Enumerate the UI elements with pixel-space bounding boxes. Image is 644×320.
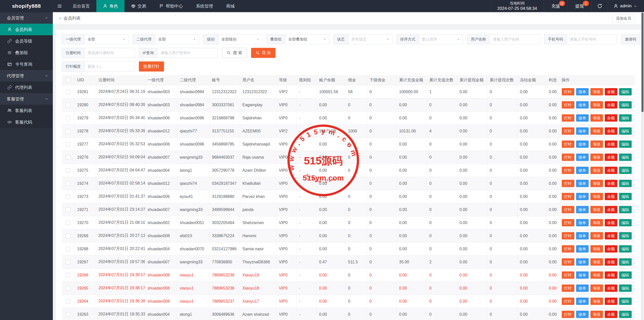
row-checkbox[interactable] [66, 194, 70, 199]
action-order-button[interactable]: 做单 [576, 311, 589, 318]
action-level-button[interactable]: 等级 [590, 193, 603, 200]
action-level-button[interactable]: 等级 [590, 258, 603, 266]
action-order-button[interactable]: 做单 [576, 167, 589, 174]
action-order-button[interactable]: 做单 [576, 298, 589, 305]
tab-home[interactable]: 后台首页 [66, 0, 96, 12]
action-edit-button[interactable]: 编辑 [619, 88, 632, 95]
action-more-button[interactable]: … [633, 116, 635, 120]
action-more-button[interactable]: … [633, 194, 635, 199]
batch-needle-button[interactable]: 批量打针 [139, 61, 164, 72]
action-needle-button[interactable]: 打针 [562, 298, 574, 305]
hamburger-icon[interactable] [53, 0, 66, 12]
action-level-button[interactable]: 等级 [590, 206, 603, 213]
action-more-button[interactable]: … [633, 247, 635, 251]
filter-agent1[interactable]: 全部▼ [84, 34, 129, 44]
action-needle-button[interactable]: 打针 [562, 101, 574, 109]
action-balance-button[interactable]: 余额 [605, 232, 617, 239]
sidebar-item-member-level[interactable]: 会员等级 [0, 35, 53, 47]
action-needle-button[interactable]: 打针 [562, 206, 574, 213]
action-edit-button[interactable]: 编辑 [619, 127, 632, 135]
sidebar-group-member-mgmt[interactable]: 会员管理 [0, 12, 53, 24]
sidebar-item-stack-group[interactable]: 叠加组 [0, 47, 53, 58]
row-checkbox[interactable] [66, 103, 70, 107]
filter-sort[interactable]: 默认排序▼ [419, 34, 463, 44]
filter-status[interactable]: 所有状态▼ [348, 34, 392, 44]
action-edit-button[interactable]: 编辑 [619, 140, 632, 148]
sidebar-item-service-list[interactable]: 客服列表 [0, 105, 53, 116]
action-level-button[interactable]: 等级 [590, 167, 603, 174]
action-more-button[interactable]: … [633, 221, 635, 225]
action-edit-button[interactable]: 编辑 [619, 298, 632, 305]
action-more-button[interactable]: … [633, 273, 635, 277]
action-more-button[interactable]: … [633, 142, 635, 146]
filter-username[interactable]: 请输入用户名称 [490, 34, 540, 44]
member-table-scroll[interactable]: UID注册时间一级代理二级代理账号用户名等级规则组账户余额佣金下级佣金累计充值金… [62, 75, 635, 320]
action-edit-button[interactable]: 编辑 [619, 258, 632, 266]
sidebar-group-agent-mgmt[interactable]: 代理管理 [0, 70, 53, 82]
row-checkbox[interactable] [66, 155, 70, 160]
filter-stack-group[interactable]: 全部叠加组▼ [285, 34, 329, 44]
action-level-button[interactable]: 等级 [590, 127, 603, 135]
action-more-button[interactable]: … [633, 181, 635, 186]
action-balance-button[interactable]: 余额 [605, 258, 617, 266]
action-edit-button[interactable]: 编辑 [619, 154, 632, 161]
action-more-button[interactable]: … [633, 299, 635, 303]
row-checkbox[interactable] [66, 90, 70, 94]
action-more-button[interactable]: … [633, 103, 635, 107]
action-level-button[interactable]: 等级 [590, 311, 603, 318]
scrollbar-thumb[interactable] [641, 13, 643, 112]
action-more-button[interactable]: … [633, 129, 635, 133]
tab-system[interactable]: 系统管理 [189, 0, 220, 12]
sidebar-item-card-query[interactable]: 卡号查询 [0, 58, 53, 70]
action-needle-button[interactable]: 打针 [562, 285, 574, 292]
action-more-button[interactable]: … [633, 90, 635, 94]
action-level-button[interactable]: 等级 [590, 180, 603, 187]
action-order-button[interactable]: 做单 [576, 101, 589, 109]
row-checkbox[interactable] [66, 116, 70, 120]
filter-phone[interactable]: 请输入手机号码 [567, 34, 617, 44]
action-edit-button[interactable]: 编辑 [619, 232, 632, 239]
filter-agent2[interactable]: 全部▼ [155, 34, 199, 44]
action-needle-button[interactable]: 打针 [562, 219, 574, 226]
action-level-button[interactable]: 等级 [590, 232, 603, 239]
sidebar-item-member-list[interactable]: 会员列表 [0, 24, 53, 35]
action-balance-button[interactable]: 余额 [605, 285, 617, 292]
row-checkbox[interactable] [66, 221, 70, 225]
action-order-button[interactable]: 做单 [576, 140, 589, 148]
sidebar-item-service-code[interactable]: 客服代码 [0, 116, 53, 128]
recharge-link[interactable]: 充值 11 [544, 0, 568, 12]
action-edit-button[interactable]: 编辑 [619, 101, 632, 109]
action-level-button[interactable]: 等级 [590, 245, 603, 253]
action-balance-button[interactable]: 余额 [605, 180, 617, 187]
action-edit-button[interactable]: 编辑 [619, 311, 632, 318]
action-more-button[interactable]: … [633, 312, 635, 316]
tab-help-center[interactable]: 帮助中心 [153, 0, 189, 12]
row-checkbox[interactable] [66, 234, 70, 238]
action-more-button[interactable]: … [633, 168, 635, 172]
withdraw-link[interactable]: 提现 1 [568, 0, 591, 12]
action-edit-button[interactable]: 编辑 [619, 245, 632, 253]
row-checkbox[interactable] [66, 181, 70, 186]
action-order-button[interactable]: 做单 [576, 245, 589, 253]
action-balance-button[interactable]: 余额 [605, 206, 617, 213]
action-edit-button[interactable]: 编辑 [619, 180, 632, 187]
action-balance-button[interactable]: 余额 [605, 193, 617, 200]
action-order-button[interactable]: 做单 [576, 127, 589, 135]
action-balance-button[interactable]: 余额 [605, 219, 617, 226]
action-order-button[interactable]: 做单 [576, 88, 589, 95]
action-order-button[interactable]: 做单 [576, 180, 589, 187]
tab-mall[interactable]: 商城 [220, 0, 241, 12]
action-edit-button[interactable]: 编辑 [619, 206, 632, 213]
action-level-button[interactable]: 等级 [590, 140, 603, 148]
filter-ip[interactable]: 请输入用户登录IP [157, 48, 218, 58]
action-needle-button[interactable]: 打针 [562, 193, 574, 200]
action-edit-button[interactable]: 编辑 [619, 167, 632, 174]
action-more-button[interactable]: … [633, 260, 635, 264]
action-edit-button[interactable]: 编辑 [619, 114, 632, 122]
action-balance-button[interactable]: 余额 [605, 114, 617, 122]
row-checkbox[interactable] [66, 260, 70, 264]
action-needle-button[interactable]: 打针 [562, 271, 574, 279]
row-checkbox[interactable] [66, 299, 70, 304]
action-needle-button[interactable]: 打针 [562, 140, 574, 148]
action-needle-button[interactable]: 打针 [562, 232, 574, 239]
